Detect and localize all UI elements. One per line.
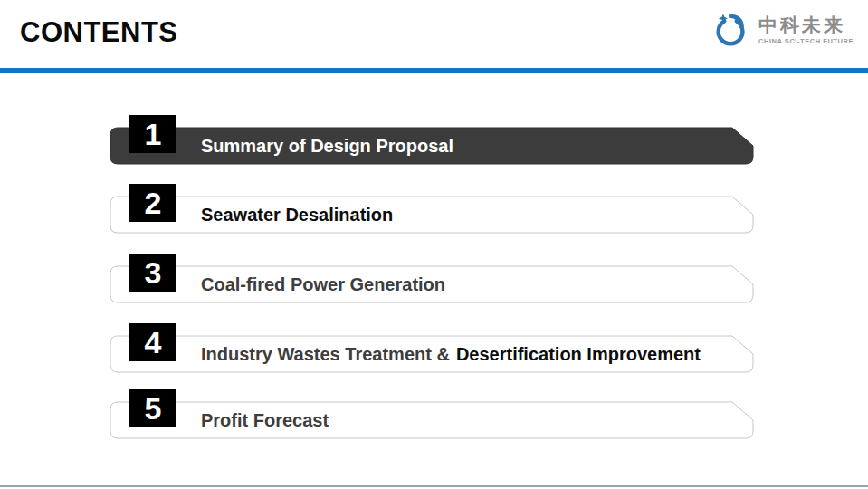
item-label: Summary of Design Proposal: [201, 127, 453, 165]
toc-item-2[interactable]: Seawater Desalination 2: [0, 184, 868, 235]
logo-swoosh-plane-icon: [712, 12, 750, 48]
logo-name-cn: 中科未来: [758, 14, 854, 36]
title-underline: [0, 68, 868, 73]
item-number-badge: 2: [129, 184, 176, 222]
item-label-text: Seawater Desalination: [201, 205, 393, 225]
toc-item-1[interactable]: Summary of Design Proposal 1: [0, 115, 868, 166]
item-label-text-2: Desertification Improvement: [456, 344, 701, 364]
item-label-text: Summary of Design Proposal: [201, 136, 453, 156]
slide: CONTENTS 中科未来 CHINA SCI-TECH FUTURE Summ…: [0, 0, 868, 489]
item-label: Seawater Desalination: [201, 196, 393, 234]
logo: 中科未来 CHINA SCI-TECH FUTURE: [712, 12, 854, 48]
item-label-text: Industry Wastes Treatment &: [201, 344, 450, 364]
item-number-badge: 3: [129, 254, 176, 292]
footer-line: [0, 485, 868, 487]
item-number-badge: 1: [129, 115, 176, 153]
item-label: Profit Forecast: [201, 401, 329, 439]
logo-name-en: CHINA SCI-TECH FUTURE: [758, 37, 854, 45]
toc-item-4[interactable]: Industry Wastes Treatment &Desertificati…: [0, 323, 868, 374]
item-label-text: Coal-fired Power Generation: [201, 274, 445, 294]
logo-text: 中科未来 CHINA SCI-TECH FUTURE: [758, 14, 854, 45]
toc-item-5[interactable]: Profit Forecast 5: [0, 389, 868, 440]
item-number-badge: 5: [129, 389, 176, 427]
toc-item-3[interactable]: Coal-fired Power Generation 3: [0, 254, 868, 304]
item-label: Coal-fired Power Generation: [201, 265, 445, 303]
item-label-text: Profit Forecast: [201, 410, 329, 430]
item-number-badge: 4: [129, 323, 176, 361]
item-label: Industry Wastes Treatment &Desertificati…: [201, 335, 701, 373]
page-title: CONTENTS: [20, 16, 178, 49]
